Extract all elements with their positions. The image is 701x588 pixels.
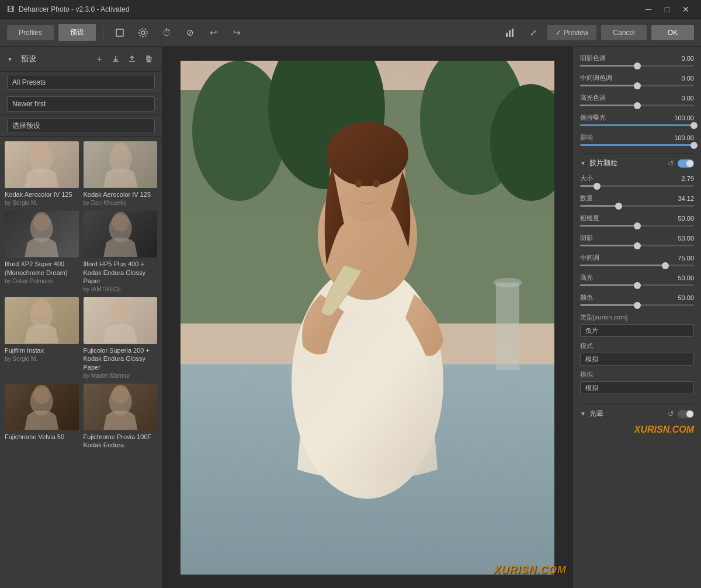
list-item[interactable]: Fujicolor Superia 200 + Kodak Endura Glo… bbox=[84, 297, 158, 379]
profiles-tab[interactable]: Profiles bbox=[7, 25, 54, 40]
ok-button[interactable]: OK bbox=[651, 25, 694, 40]
list-item[interactable]: Fujifilm Instaxby Sergio M. bbox=[5, 297, 79, 379]
svg-point-13 bbox=[112, 212, 129, 231]
brand-watermark: XURISN.COM bbox=[580, 425, 694, 435]
list-item[interactable]: Kodak Aerocolor IV 125by Sergio M. bbox=[5, 141, 79, 206]
presets-grid: Kodak Aerocolor IV 125by Sergio M. Kodak… bbox=[0, 137, 162, 588]
preset-author: by IAMTRECE bbox=[84, 286, 158, 293]
color-thumb[interactable] bbox=[634, 302, 641, 309]
sort-dropdown[interactable]: Newer first Older first A-Z bbox=[7, 96, 155, 112]
roughness-thumb[interactable] bbox=[634, 222, 641, 229]
filter-dropdown[interactable]: All Presets Recent Favorites bbox=[7, 75, 155, 90]
preset-name: Fujichrome Provia 100F Kodak Endura bbox=[84, 433, 158, 450]
svg-point-7 bbox=[33, 142, 50, 162]
negative-dropdown[interactable]: 负片 正片 bbox=[580, 324, 694, 337]
filter-dropdown-row: All Presets Recent Favorites bbox=[0, 72, 162, 93]
list-item[interactable]: Fujichrome Provia 100F Kodak Endura bbox=[84, 384, 158, 450]
shadow-toning-value: 0.00 bbox=[682, 55, 694, 62]
shadow-toning-thumb[interactable] bbox=[634, 62, 641, 69]
svg-rect-35 bbox=[496, 283, 519, 370]
amount-thumb[interactable] bbox=[615, 203, 622, 210]
glow-reset-button[interactable]: ↺ bbox=[668, 409, 674, 418]
titlebar-controls: ─ □ ✕ bbox=[640, 4, 694, 15]
color-track[interactable] bbox=[580, 304, 694, 306]
divider-2 bbox=[580, 403, 694, 404]
right-panel: 阴影色调 0.00 中间调色调 0.00 高光色调 0.00 bbox=[572, 47, 701, 588]
highlight-toning-thumb[interactable] bbox=[634, 102, 641, 109]
influence-track[interactable] bbox=[580, 144, 694, 146]
upload-preset-button[interactable] bbox=[126, 53, 138, 65]
toolbar-right: ⤢ ✓ Preview Cancel OK bbox=[501, 23, 694, 42]
midtone-toning-thumb[interactable] bbox=[634, 82, 641, 89]
list-item[interactable]: Fujichrome Velvia 50 bbox=[5, 384, 79, 450]
titlebar-title: Dehancer Photo - v2.3.0 - Activated bbox=[19, 5, 129, 13]
grain-shadow-track[interactable] bbox=[580, 245, 694, 246]
redo-icon-btn[interactable]: ↪ bbox=[227, 23, 246, 42]
grain-highlight-thumb[interactable] bbox=[634, 282, 641, 289]
minimize-button[interactable]: ─ bbox=[640, 4, 657, 15]
mode-dropdown[interactable]: 模拟 数字 bbox=[580, 353, 694, 366]
titlebar-left: 🎞 Dehancer Photo - v2.3.0 - Activated bbox=[7, 5, 129, 13]
delete-preset-button[interactable] bbox=[142, 53, 155, 65]
grain-midtone-thumb[interactable] bbox=[662, 262, 669, 269]
download-preset-button[interactable] bbox=[109, 53, 122, 65]
keep-exposure-fill bbox=[580, 124, 694, 126]
grain-highlight-track[interactable] bbox=[580, 284, 694, 286]
grain-highlight-row: 高光 50.00 bbox=[580, 273, 694, 286]
crop-icon-btn[interactable] bbox=[110, 23, 129, 42]
preview-label: Preview bbox=[564, 29, 589, 37]
preset-name: Kodak Aerocolor IV 125 bbox=[84, 190, 158, 199]
size-thumb[interactable] bbox=[594, 183, 601, 190]
forbidden-icon-btn[interactable]: ⊘ bbox=[181, 23, 199, 42]
preset-name: Fujichrome Velvia 50 bbox=[5, 433, 79, 441]
midtone-toning-fill bbox=[580, 85, 637, 86]
cancel-button[interactable]: Cancel bbox=[601, 25, 646, 40]
history-icon-btn[interactable]: ⏱ bbox=[157, 23, 176, 42]
presets-tab[interactable]: 预设 bbox=[58, 24, 96, 41]
add-preset-button[interactable]: + bbox=[93, 53, 106, 65]
close-button[interactable]: ✕ bbox=[678, 4, 694, 15]
preset-thumbnail bbox=[5, 384, 79, 430]
stats-icon-btn[interactable] bbox=[501, 23, 519, 42]
grain-midtone-row: 中间调 75.00 bbox=[580, 253, 694, 266]
amount-value: 34.12 bbox=[678, 195, 694, 202]
glow-section-header: ▼ 光晕 ↺ bbox=[580, 409, 694, 419]
undo-icon-btn[interactable]: ↩ bbox=[204, 23, 223, 42]
list-item[interactable]: Ilford HP5 Plus 400 + Kodak Endura Gloss… bbox=[84, 211, 158, 293]
grain-midtone-track[interactable] bbox=[580, 265, 694, 266]
maximize-button[interactable]: □ bbox=[659, 4, 675, 15]
highlight-toning-label: 高光色调 bbox=[580, 93, 606, 102]
influence-thumb[interactable] bbox=[690, 142, 697, 149]
settings-icon-btn[interactable] bbox=[134, 23, 152, 42]
amount-track[interactable] bbox=[580, 205, 694, 207]
roughness-fill bbox=[580, 225, 637, 227]
influence-row: 影响 100.00 bbox=[580, 133, 694, 146]
keep-exposure-track[interactable] bbox=[580, 124, 694, 126]
preset-thumbnail bbox=[84, 297, 158, 344]
list-item[interactable]: Ilford XP2 Super 400 (Monochrome Dream)b… bbox=[5, 211, 79, 293]
simulate-dropdown[interactable]: 模拟 精准 bbox=[580, 381, 694, 394]
grain-toggle[interactable] bbox=[678, 159, 694, 168]
list-item[interactable]: Kodak Aerocolor IV 125by Dan Khoueiry bbox=[84, 141, 158, 206]
simulate-label: 模拟 bbox=[580, 370, 694, 379]
color-label: 颜色 bbox=[580, 293, 593, 302]
select-preset-dropdown[interactable]: 选择预设 bbox=[7, 118, 155, 133]
midtone-toning-track[interactable] bbox=[580, 85, 694, 86]
shadow-toning-track[interactable] bbox=[580, 65, 694, 67]
main-image bbox=[181, 61, 554, 575]
preview-button[interactable]: ✓ Preview bbox=[547, 25, 597, 40]
roughness-track[interactable] bbox=[580, 225, 694, 227]
color-value: 50.00 bbox=[678, 294, 694, 301]
keep-exposure-label: 保持曝光 bbox=[580, 113, 606, 122]
glow-toggle[interactable] bbox=[678, 410, 694, 418]
preset-name: Fujicolor Superia 200 + Kodak Endura Glo… bbox=[84, 346, 158, 371]
color-row: 颜色 50.00 bbox=[580, 293, 694, 306]
grain-shadow-thumb[interactable] bbox=[634, 242, 641, 249]
size-track[interactable] bbox=[580, 185, 694, 187]
grain-reset-button[interactable]: ↺ bbox=[668, 159, 674, 168]
svg-point-11 bbox=[33, 212, 50, 231]
highlight-toning-track[interactable] bbox=[580, 105, 694, 106]
expand-icon-btn[interactable]: ⤢ bbox=[524, 23, 543, 42]
keep-exposure-thumb[interactable] bbox=[690, 122, 697, 129]
svg-point-21 bbox=[112, 385, 129, 404]
